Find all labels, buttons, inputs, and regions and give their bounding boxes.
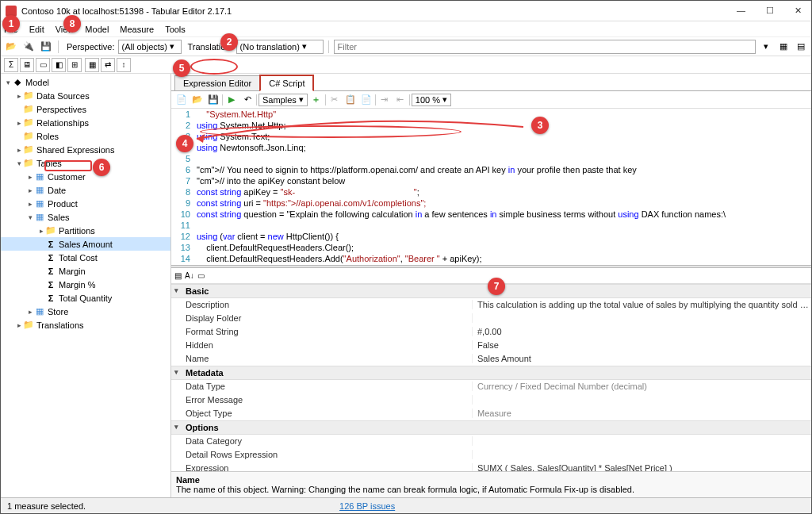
zoom-combo[interactable]: 100 % ▾ bbox=[412, 94, 451, 106]
menu-measure[interactable]: Measure bbox=[120, 25, 154, 34]
tree-total-qty[interactable]: ΣTotal Quantity bbox=[1, 291, 170, 305]
tree-datasources[interactable]: ▸📁Data Sources bbox=[1, 89, 170, 102]
menu-edit[interactable]: Edit bbox=[29, 25, 44, 34]
script-new-icon[interactable]: 📄 bbox=[174, 93, 189, 107]
prop-pages-icon[interactable]: ▭ bbox=[197, 271, 205, 280]
tree-translations[interactable]: ▸📁Translations bbox=[1, 318, 170, 332]
connect-icon[interactable]: 🔌 bbox=[21, 40, 36, 54]
filter-dropdown-icon[interactable]: ▾ bbox=[759, 40, 773, 54]
callout-3: 3 bbox=[531, 117, 549, 134]
callout-1: 1 bbox=[2, 15, 20, 33]
prop-error-message[interactable]: Error Message bbox=[171, 395, 473, 405]
tree-margin[interactable]: ΣMargin bbox=[1, 264, 170, 278]
script-save-icon[interactable]: 💾 bbox=[206, 93, 220, 107]
prop-detail-rows[interactable]: Detail Rows Expression bbox=[171, 450, 473, 459]
menu-bar: File Edit View Model Measure Tools bbox=[1, 21, 811, 37]
tree-product[interactable]: ▸▦Product bbox=[1, 197, 170, 210]
property-description: Name The name of this object. Warning: C… bbox=[171, 471, 811, 497]
tree-tables[interactable]: ▾📁Tables bbox=[1, 156, 170, 170]
btn-col[interactable]: ▭ bbox=[36, 58, 50, 72]
callout-5: 5 bbox=[173, 59, 190, 77]
maximize-button[interactable]: ☐ bbox=[761, 4, 779, 17]
tree-margin-pct[interactable]: ΣMargin % bbox=[1, 278, 170, 291]
copy-icon[interactable]: 📋 bbox=[343, 93, 358, 107]
tree-model[interactable]: ▾◆Model bbox=[1, 75, 170, 89]
editor-tabs: Expression Editor C# Script bbox=[171, 74, 811, 91]
btn-cube[interactable]: ◧ bbox=[52, 58, 66, 72]
outdent-icon[interactable]: ⇤ bbox=[393, 93, 408, 107]
callout-4: 4 bbox=[176, 135, 193, 152]
tree-perspectives[interactable]: 📁Perspectives bbox=[1, 102, 170, 116]
btn-sort[interactable]: ↕ bbox=[117, 58, 131, 72]
view-toggle-1[interactable]: ▦ bbox=[776, 40, 791, 54]
property-grid[interactable]: Basic DescriptionThis calculation is add… bbox=[171, 284, 811, 471]
main-toolbar: 📂 🔌 💾 Perspective: (All objects) ▾ Trans… bbox=[1, 37, 811, 56]
indent-icon[interactable]: ⇥ bbox=[377, 93, 392, 107]
btn-calc[interactable]: 🖥 bbox=[20, 58, 34, 72]
tree-sales-amount[interactable]: ΣSales Amount bbox=[1, 237, 170, 251]
samples-combo[interactable]: Samples ▾ bbox=[259, 94, 308, 106]
script-run-icon[interactable]: ▶ bbox=[224, 93, 239, 107]
open-icon[interactable]: 📂 bbox=[4, 40, 18, 54]
callout-6: 6 bbox=[93, 159, 110, 176]
btn-table[interactable]: ▦ bbox=[85, 58, 99, 72]
prop-cat-icon[interactable]: ▤ bbox=[174, 271, 182, 280]
window-controls: — ☐ ✕ bbox=[732, 4, 806, 17]
script-toolbar: 📄 📂 💾 ▶ ↶ Samples ▾ ＋ ✂ 📋 📄 ⇥ ⇤ 100 % ▾ bbox=[171, 91, 811, 109]
propdesc-text: The name of this object. Warning: Changi… bbox=[176, 485, 806, 494]
prop-display-folder[interactable]: Display Folder bbox=[171, 313, 473, 323]
cat-metadata[interactable]: Metadata bbox=[171, 366, 811, 380]
line-gutter: 1234567891011121314151617181920212223 bbox=[171, 109, 195, 265]
paste-icon[interactable]: 📄 bbox=[359, 93, 373, 107]
code-editor[interactable]: 1234567891011121314151617181920212223 "S… bbox=[171, 109, 811, 265]
prop-name[interactable]: Name bbox=[171, 354, 473, 363]
filter-input[interactable] bbox=[334, 40, 756, 54]
script-open-icon[interactable]: 📂 bbox=[190, 93, 205, 107]
translation-combo[interactable]: (No translation) ▾ bbox=[236, 40, 324, 54]
tree-roles[interactable]: 📁Roles bbox=[1, 129, 170, 143]
view-toggle-2[interactable]: ▤ bbox=[794, 40, 808, 54]
btn-hier[interactable]: ⊞ bbox=[67, 58, 82, 72]
menu-tools[interactable]: Tools bbox=[165, 25, 186, 34]
btn-sigma[interactable]: Σ bbox=[4, 58, 18, 72]
prop-data-type[interactable]: Data Type bbox=[171, 382, 473, 391]
tree-total-cost[interactable]: ΣTotal Cost bbox=[1, 251, 170, 264]
callout-2: 2 bbox=[220, 33, 238, 51]
title-bar: Contoso 10k at localhost:51398 - Tabular… bbox=[1, 1, 811, 21]
prop-object-type[interactable]: Object Type bbox=[171, 409, 473, 418]
tab-expression-editor[interactable]: Expression Editor bbox=[174, 75, 260, 90]
cut-icon[interactable]: ✂ bbox=[327, 93, 342, 107]
model-tree[interactable]: ▾◆Model ▸📁Data Sources 📁Perspectives ▸📁R… bbox=[1, 74, 171, 497]
callout-7: 7 bbox=[488, 278, 505, 295]
minimize-button[interactable]: — bbox=[732, 4, 750, 17]
tab-csharp-script[interactable]: C# Script bbox=[259, 75, 314, 91]
perspective-combo[interactable]: (All objects) ▾ bbox=[118, 40, 182, 54]
tree-shared-expressions[interactable]: ▸📁Shared Expressions bbox=[1, 143, 170, 156]
code-content[interactable]: "System.Net.Http" using System.Net.Http;… bbox=[195, 109, 811, 265]
script-undo-icon[interactable]: ↶ bbox=[240, 93, 255, 107]
tree-date[interactable]: ▸▦Date bbox=[1, 183, 170, 197]
tree-partitions[interactable]: ▸📁Partitions bbox=[1, 224, 170, 237]
propdesc-name: Name bbox=[176, 475, 806, 485]
tree-store[interactable]: ▸▦Store bbox=[1, 305, 170, 318]
prop-hidden[interactable]: Hidden bbox=[171, 340, 473, 350]
status-bar: 1 measure selected. 126 BP issues bbox=[1, 497, 811, 513]
tree-relationships[interactable]: ▸📁Relationships bbox=[1, 116, 170, 129]
prop-expression[interactable]: Expression bbox=[171, 463, 473, 471]
close-button[interactable]: ✕ bbox=[790, 4, 806, 17]
status-bp-issues[interactable]: 126 BP issues bbox=[339, 501, 395, 511]
menu-model[interactable]: Model bbox=[85, 25, 109, 34]
btn-rel[interactable]: ⇄ bbox=[101, 58, 115, 72]
tree-toolbar: Σ 🖥 ▭ ◧ ⊞ ▦ ⇄ ↕ bbox=[1, 56, 811, 74]
prop-format-string[interactable]: Format String bbox=[171, 327, 473, 336]
prop-az-icon[interactable]: A↓ bbox=[185, 271, 194, 280]
save-icon[interactable]: 💾 bbox=[39, 40, 53, 54]
add-icon[interactable]: ＋ bbox=[309, 93, 324, 107]
prop-data-category[interactable]: Data Category bbox=[171, 436, 473, 446]
tree-sales[interactable]: ▾▦Sales bbox=[1, 210, 170, 224]
tree-customer[interactable]: ▸▦Customer bbox=[1, 170, 170, 183]
callout-8: 8 bbox=[63, 15, 81, 33]
window-title: Contoso 10k at localhost:51398 - Tabular… bbox=[21, 6, 732, 16]
prop-description[interactable]: Description bbox=[171, 300, 473, 309]
cat-options[interactable]: Options bbox=[171, 420, 811, 435]
